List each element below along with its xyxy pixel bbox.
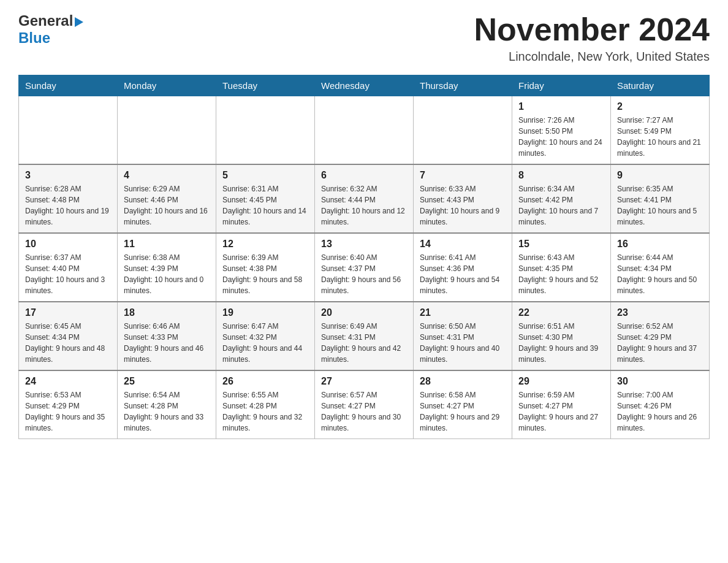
day-number: 18 [124, 307, 210, 318]
page-header: General Blue November 2024 Lincolndale, … [18, 12, 710, 64]
calendar-cell: 29Sunrise: 6:59 AMSunset: 4:27 PMDayligh… [512, 370, 611, 439]
calendar-cell: 20Sunrise: 6:49 AMSunset: 4:31 PMDayligh… [315, 302, 414, 370]
day-info: Sunrise: 7:00 AMSunset: 4:26 PMDaylight:… [617, 389, 703, 434]
day-number: 5 [222, 170, 308, 181]
day-number: 26 [222, 376, 308, 387]
logo-blue-text: Blue [18, 29, 50, 46]
day-info: Sunrise: 7:26 AMSunset: 5:50 PMDaylight:… [518, 115, 604, 159]
day-number: 25 [124, 376, 210, 387]
day-info: Sunrise: 6:40 AMSunset: 4:37 PMDaylight:… [321, 252, 407, 296]
calendar-cell [414, 96, 512, 165]
day-number: 9 [617, 170, 703, 181]
calendar-cell: 11Sunrise: 6:38 AMSunset: 4:39 PMDayligh… [118, 233, 216, 302]
day-number: 14 [420, 239, 506, 250]
header-friday: Friday [512, 75, 611, 96]
calendar-cell: 4Sunrise: 6:29 AMSunset: 4:46 PMDaylight… [118, 164, 216, 233]
day-info: Sunrise: 6:58 AMSunset: 4:27 PMDaylight:… [420, 389, 506, 434]
location-title: Lincolndale, New York, United States [474, 50, 710, 64]
day-number: 3 [25, 170, 111, 181]
day-number: 24 [25, 376, 111, 387]
day-number: 19 [222, 307, 308, 318]
calendar-week-2: 3Sunrise: 6:28 AMSunset: 4:48 PMDaylight… [19, 164, 710, 233]
day-number: 11 [124, 239, 210, 250]
day-number: 1 [518, 101, 604, 112]
header-saturday: Saturday [611, 75, 710, 96]
calendar-cell: 23Sunrise: 6:52 AMSunset: 4:29 PMDayligh… [611, 302, 710, 370]
calendar-cell: 13Sunrise: 6:40 AMSunset: 4:37 PMDayligh… [315, 233, 414, 302]
day-info: Sunrise: 6:55 AMSunset: 4:28 PMDaylight:… [222, 389, 308, 434]
day-number: 20 [321, 307, 407, 318]
calendar-week-3: 10Sunrise: 6:37 AMSunset: 4:40 PMDayligh… [19, 233, 710, 302]
calendar-week-4: 17Sunrise: 6:45 AMSunset: 4:34 PMDayligh… [19, 302, 710, 370]
day-info: Sunrise: 6:54 AMSunset: 4:28 PMDaylight:… [124, 389, 210, 434]
day-info: Sunrise: 6:39 AMSunset: 4:38 PMDaylight:… [222, 252, 308, 296]
calendar-cell: 21Sunrise: 6:50 AMSunset: 4:31 PMDayligh… [414, 302, 512, 370]
header-thursday: Thursday [414, 75, 512, 96]
calendar-cell: 24Sunrise: 6:53 AMSunset: 4:29 PMDayligh… [19, 370, 118, 439]
logo-general-text: General [18, 12, 73, 29]
day-number: 8 [518, 170, 604, 181]
calendar-cell: 19Sunrise: 6:47 AMSunset: 4:32 PMDayligh… [216, 302, 315, 370]
calendar-cell: 10Sunrise: 6:37 AMSunset: 4:40 PMDayligh… [19, 233, 118, 302]
day-info: Sunrise: 7:27 AMSunset: 5:49 PMDaylight:… [617, 115, 703, 159]
day-number: 15 [518, 239, 604, 250]
day-info: Sunrise: 6:53 AMSunset: 4:29 PMDaylight:… [25, 389, 111, 434]
day-info: Sunrise: 6:51 AMSunset: 4:30 PMDaylight:… [518, 321, 604, 365]
calendar-week-5: 24Sunrise: 6:53 AMSunset: 4:29 PMDayligh… [19, 370, 710, 439]
day-info: Sunrise: 6:59 AMSunset: 4:27 PMDaylight:… [518, 389, 604, 434]
day-number: 7 [420, 170, 506, 181]
day-info: Sunrise: 6:37 AMSunset: 4:40 PMDaylight:… [25, 252, 111, 296]
day-info: Sunrise: 6:47 AMSunset: 4:32 PMDaylight:… [222, 321, 308, 365]
day-number: 27 [321, 376, 407, 387]
day-info: Sunrise: 6:35 AMSunset: 4:41 PMDaylight:… [617, 183, 703, 228]
day-info: Sunrise: 6:31 AMSunset: 4:45 PMDaylight:… [222, 183, 308, 228]
calendar-cell: 17Sunrise: 6:45 AMSunset: 4:34 PMDayligh… [19, 302, 118, 370]
weekday-header-row: Sunday Monday Tuesday Wednesday Thursday… [19, 75, 710, 96]
calendar-cell: 9Sunrise: 6:35 AMSunset: 4:41 PMDaylight… [611, 164, 710, 233]
calendar-cell: 25Sunrise: 6:54 AMSunset: 4:28 PMDayligh… [118, 370, 216, 439]
calendar-cell: 2Sunrise: 7:27 AMSunset: 5:49 PMDaylight… [611, 96, 710, 165]
title-section: November 2024 Lincolndale, New York, Uni… [474, 12, 710, 64]
day-number: 21 [420, 307, 506, 318]
calendar-cell [216, 96, 315, 165]
logo-arrow-icon [75, 17, 83, 27]
day-number: 22 [518, 307, 604, 318]
header-tuesday: Tuesday [216, 75, 315, 96]
calendar-cell: 12Sunrise: 6:39 AMSunset: 4:38 PMDayligh… [216, 233, 315, 302]
calendar-cell: 15Sunrise: 6:43 AMSunset: 4:35 PMDayligh… [512, 233, 611, 302]
calendar-table: Sunday Monday Tuesday Wednesday Thursday… [18, 75, 710, 439]
day-info: Sunrise: 6:46 AMSunset: 4:33 PMDaylight:… [124, 321, 210, 365]
calendar-cell: 22Sunrise: 6:51 AMSunset: 4:30 PMDayligh… [512, 302, 611, 370]
day-info: Sunrise: 6:28 AMSunset: 4:48 PMDaylight:… [25, 183, 111, 228]
calendar-cell: 28Sunrise: 6:58 AMSunset: 4:27 PMDayligh… [414, 370, 512, 439]
day-info: Sunrise: 6:50 AMSunset: 4:31 PMDaylight:… [420, 321, 506, 365]
calendar-cell: 16Sunrise: 6:44 AMSunset: 4:34 PMDayligh… [611, 233, 710, 302]
day-info: Sunrise: 6:34 AMSunset: 4:42 PMDaylight:… [518, 183, 604, 228]
calendar-week-1: 1Sunrise: 7:26 AMSunset: 5:50 PMDaylight… [19, 96, 710, 165]
day-number: 17 [25, 307, 111, 318]
day-info: Sunrise: 6:38 AMSunset: 4:39 PMDaylight:… [124, 252, 210, 296]
day-info: Sunrise: 6:57 AMSunset: 4:27 PMDaylight:… [321, 389, 407, 434]
month-title: November 2024 [474, 12, 710, 47]
calendar-cell [118, 96, 216, 165]
header-monday: Monday [118, 75, 216, 96]
calendar-cell: 5Sunrise: 6:31 AMSunset: 4:45 PMDaylight… [216, 164, 315, 233]
day-number: 28 [420, 376, 506, 387]
calendar-cell: 7Sunrise: 6:33 AMSunset: 4:43 PMDaylight… [414, 164, 512, 233]
calendar-cell: 8Sunrise: 6:34 AMSunset: 4:42 PMDaylight… [512, 164, 611, 233]
day-info: Sunrise: 6:45 AMSunset: 4:34 PMDaylight:… [25, 321, 111, 365]
calendar-cell [19, 96, 118, 165]
calendar-cell: 3Sunrise: 6:28 AMSunset: 4:48 PMDaylight… [19, 164, 118, 233]
day-number: 6 [321, 170, 407, 181]
calendar-cell: 18Sunrise: 6:46 AMSunset: 4:33 PMDayligh… [118, 302, 216, 370]
header-wednesday: Wednesday [315, 75, 414, 96]
calendar-cell: 14Sunrise: 6:41 AMSunset: 4:36 PMDayligh… [414, 233, 512, 302]
day-number: 2 [617, 101, 703, 112]
day-number: 10 [25, 239, 111, 250]
day-info: Sunrise: 6:43 AMSunset: 4:35 PMDaylight:… [518, 252, 604, 296]
day-number: 29 [518, 376, 604, 387]
calendar-cell: 1Sunrise: 7:26 AMSunset: 5:50 PMDaylight… [512, 96, 611, 165]
day-number: 12 [222, 239, 308, 250]
day-info: Sunrise: 6:41 AMSunset: 4:36 PMDaylight:… [420, 252, 506, 296]
day-info: Sunrise: 6:52 AMSunset: 4:29 PMDaylight:… [617, 321, 703, 365]
